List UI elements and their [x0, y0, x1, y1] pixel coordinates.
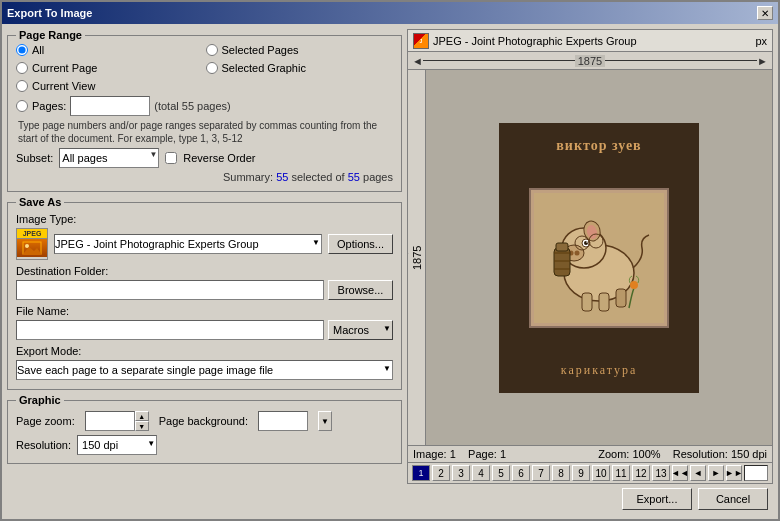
zoom-up-button[interactable]: ▲ — [135, 411, 149, 421]
options-button[interactable]: Options... — [328, 234, 393, 254]
current-view-label: Current View — [32, 80, 95, 92]
reverse-order-checkbox[interactable] — [165, 152, 177, 164]
page-7-btn[interactable]: 7 — [532, 465, 550, 481]
page-range-title: Page Range — [16, 29, 85, 41]
book-subtitle: карикатура — [561, 363, 637, 378]
close-button[interactable]: ✕ — [757, 6, 773, 20]
macros-select[interactable]: Macros — [328, 320, 393, 340]
preview-area: ◄ 1875 ► ▲ 1875 ▼ — [407, 51, 773, 446]
page-3-btn[interactable]: 3 — [452, 465, 470, 481]
export-button[interactable]: Export... — [622, 488, 692, 510]
current-page-row: Current Page — [16, 62, 204, 74]
ruler-arrow-up: ▲ — [407, 252, 411, 264]
svg-rect-17 — [554, 248, 570, 276]
bg-color-arrow-wrapper: ▼ — [318, 411, 332, 431]
page-zoom-label: Page zoom: — [16, 415, 75, 427]
page-8-btn[interactable]: 8 — [552, 465, 570, 481]
image-type-select[interactable]: JPEG - Joint Photographic Experts Group … — [54, 234, 322, 254]
jpeg-icon-svg — [22, 241, 42, 255]
page-label: Page: — [468, 448, 497, 460]
page-number-input[interactable]: 1 — [744, 465, 768, 481]
jpeg-icon-wrapper: JPEG — [16, 228, 48, 260]
ruler-width-line: 1875 — [423, 55, 757, 67]
nav-prev-prev[interactable]: ◄◄ — [672, 465, 688, 481]
page-9-btn[interactable]: 9 — [572, 465, 590, 481]
browse-button[interactable]: Browse... — [328, 280, 393, 300]
resolution-select-wrapper: 72 dpi 96 dpi 150 dpi 300 dpi 600 dpi ▼ — [77, 435, 157, 455]
nav-next[interactable]: ► — [708, 465, 724, 481]
zoom-down-button[interactable]: ▼ — [135, 421, 149, 431]
destination-input[interactable]: C:\tmp\images_convert\old\ — [16, 280, 324, 300]
preview-content: виктор зуев — [426, 70, 772, 445]
page-11-btn[interactable]: 11 — [612, 465, 630, 481]
pages-row: Pages: 2-11 (total 55 pages) — [16, 96, 393, 116]
current-view-radio[interactable] — [16, 80, 28, 92]
graphic-group: Graphic Page zoom: 100 ▲ ▼ Page backgrou… — [7, 400, 402, 464]
all-label: All — [32, 44, 44, 56]
page-10-btn[interactable]: 10 — [592, 465, 610, 481]
summary-prefix: Summary: — [223, 171, 276, 183]
selected-pages-row: Selected Pages — [206, 44, 394, 56]
summary-row: Summary: 55 selected of 55 pages — [16, 171, 393, 183]
zoom-spinner-buttons: ▲ ▼ — [135, 411, 149, 431]
graphic-row: Page zoom: 100 ▲ ▼ Page background: ▼ — [16, 411, 393, 431]
nav-next-next[interactable]: ►► — [726, 465, 742, 481]
page-1-btn[interactable]: 1 — [412, 465, 430, 481]
current-view-row: Current View — [16, 80, 204, 92]
window-title: Export To Image — [7, 7, 92, 19]
subset-label: Subset: — [16, 152, 53, 164]
page-range-group: Page Range All Selected Pages Current Pa… — [7, 35, 402, 192]
svg-point-25 — [630, 281, 638, 289]
selected-pages-radio[interactable] — [206, 44, 218, 56]
summary-of: selected of — [291, 171, 347, 183]
nav-prev[interactable]: ◄ — [690, 465, 706, 481]
ruler-left: ▲ 1875 ▼ — [408, 70, 426, 445]
summary-selected: 55 — [276, 171, 288, 183]
px-label: px — [755, 35, 767, 47]
background-color-box[interactable] — [258, 411, 308, 431]
export-mode-section: Export Mode: Save each page to a separat… — [16, 345, 393, 380]
pages-radio[interactable] — [16, 100, 28, 112]
image-status: Image: 1 Page: 1 — [413, 448, 506, 460]
all-radio[interactable] — [16, 44, 28, 56]
page-value: 1 — [500, 448, 506, 460]
bg-color-dropdown[interactable]: ▼ — [318, 411, 332, 431]
macros-wrapper: Macros ▼ — [328, 320, 393, 340]
selected-pages-label: Selected Pages — [222, 44, 299, 56]
resolution-select[interactable]: 72 dpi 96 dpi 150 dpi 300 dpi 600 dpi — [77, 435, 157, 455]
page-2-btn[interactable]: 2 — [432, 465, 450, 481]
svg-point-1 — [25, 244, 29, 248]
filename-section: File Name: 0<Auto Number> Macros ▼ — [16, 305, 393, 340]
status-bar: Image: 1 Page: 1 Zoom: 100% Resolution: … — [407, 446, 773, 463]
filename-input[interactable]: 0<Auto Number> — [16, 320, 324, 340]
ruler-width-value: 1875 — [575, 55, 605, 67]
summary-total: 55 — [348, 171, 360, 183]
selected-graphic-radio[interactable] — [206, 62, 218, 74]
right-panel: J JPEG - Joint Photographic Experts Grou… — [407, 29, 773, 514]
export-mode-select[interactable]: Save each page to a separate single page… — [16, 360, 393, 380]
zoom-input[interactable]: 100 — [85, 411, 135, 431]
page-6-btn[interactable]: 6 — [512, 465, 530, 481]
pages-input[interactable]: 2-11 — [70, 96, 150, 116]
cancel-button[interactable]: Cancel — [698, 488, 768, 510]
bottom-buttons: Export... Cancel — [407, 484, 773, 514]
resolution-row: Resolution: 72 dpi 96 dpi 150 dpi 300 dp… — [16, 435, 393, 455]
save-as-title: Save As — [16, 196, 64, 208]
zoom-resolution-status: Zoom: 100% Resolution: 150 dpi — [598, 448, 767, 460]
subset-select[interactable]: All pages Even pages Odd pages — [59, 148, 159, 168]
current-page-radio[interactable] — [16, 62, 28, 74]
page-4-btn[interactable]: 4 — [472, 465, 490, 481]
pages-label: Pages: — [32, 100, 66, 112]
filename-label: File Name: — [16, 305, 69, 317]
page-12-btn[interactable]: 12 — [632, 465, 650, 481]
pages-total: (total 55 pages) — [154, 100, 230, 112]
book-cover: виктор зуев — [499, 123, 699, 393]
width-ruler: ◄ 1875 ► — [412, 55, 768, 67]
reverse-order-label: Reverse Order — [183, 152, 255, 164]
jpeg-file-icon: JPEG — [16, 228, 48, 260]
page-nav: 1 2 3 4 5 6 7 8 9 10 11 12 13 ◄◄ ◄ ► ►► … — [407, 463, 773, 484]
ruler-arrow-left: ◄ — [412, 55, 423, 67]
page-5-btn[interactable]: 5 — [492, 465, 510, 481]
image-type-select-wrapper: JPEG - Joint Photographic Experts Group … — [54, 234, 322, 254]
page-13-btn[interactable]: 13 — [652, 465, 670, 481]
